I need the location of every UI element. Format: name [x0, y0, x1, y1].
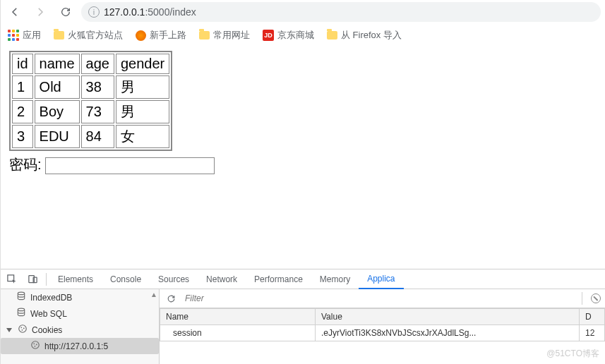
bookmark-label: 从 Firefox 导入 — [341, 29, 402, 42]
bookmark-item[interactable]: 火狐官方站点 — [54, 29, 123, 42]
table-row: 1 Old 38 男 — [12, 75, 169, 99]
folder-icon — [327, 31, 337, 40]
sidebar-websql[interactable]: Web SQL — [1, 305, 159, 322]
site-info-icon[interactable]: i — [88, 6, 100, 18]
page-content: id name age gender 1 Old 38 男 2 Boy 73 男… — [1, 47, 605, 178]
cookie-icon — [30, 340, 40, 352]
apps-button[interactable]: 应用 — [8, 29, 41, 42]
tab-memory[interactable]: Memory — [311, 269, 359, 289]
cookie-d: 12 — [580, 325, 605, 341]
col-name: name — [35, 54, 80, 74]
col-age: age — [81, 54, 114, 74]
cookies-table: Name Value D session .eJyrViotTi3KS8xNVb… — [160, 308, 605, 341]
col-id: id — [12, 54, 33, 74]
svg-point-4 — [18, 308, 24, 311]
firefox-icon — [136, 30, 146, 41]
cookies-header-row: Name Value D — [160, 309, 605, 325]
folder-icon — [54, 31, 64, 40]
bookmark-item[interactable]: 常用网址 — [199, 29, 250, 42]
col-name[interactable]: Name — [160, 309, 316, 325]
folder-icon — [199, 31, 210, 40]
bookmark-label: 常用网址 — [213, 29, 250, 42]
expand-icon — [6, 328, 12, 332]
browser-nav-row: i 127.0.0.1:5000/index — [1, 0, 605, 24]
address-bar[interactable]: i 127.0.0.1:5000/index — [81, 2, 601, 22]
tab-network[interactable]: Network — [198, 269, 246, 289]
svg-point-7 — [23, 328, 25, 329]
tab-console[interactable]: Console — [102, 269, 150, 289]
password-label: 密码: — [9, 157, 42, 172]
col-gender: gender — [116, 54, 169, 74]
jd-icon: JD — [263, 30, 274, 41]
bookmark-item[interactable]: 新手上路 — [136, 29, 186, 42]
inspect-element-icon[interactable] — [1, 269, 22, 289]
sidebar-label: http://127.0.0.1:5 — [44, 341, 108, 351]
apps-label: 应用 — [23, 29, 41, 42]
devtools-tabs: Elements Console Sources Network Perform… — [1, 269, 605, 289]
tab-sources[interactable]: Sources — [150, 269, 198, 289]
sidebar-cookies[interactable]: Cookies — [1, 322, 159, 338]
cookie-icon — [18, 324, 28, 336]
sidebar-label: Cookies — [32, 325, 62, 335]
tab-application[interactable]: Applica — [359, 269, 403, 289]
forward-button[interactable] — [30, 2, 50, 22]
cookie-name: session — [160, 325, 316, 341]
bookmark-label: 火狐官方站点 — [68, 29, 123, 42]
table-row: 3 EDU 84 女 — [12, 125, 169, 148]
svg-point-6 — [20, 327, 22, 328]
url-text: 127.0.0.1:5000/index — [104, 6, 196, 18]
refresh-button[interactable] — [164, 289, 178, 308]
table-header-row: id name age gender — [12, 54, 169, 74]
password-row: 密码: — [9, 155, 597, 174]
database-icon — [16, 308, 26, 320]
bookmark-label: 京东商城 — [277, 29, 314, 42]
devtools-main: Name Value D session .eJyrViotTi3KS8xNVb… — [160, 289, 605, 364]
tab-elements[interactable]: Elements — [49, 269, 102, 289]
svg-point-12 — [35, 346, 36, 347]
col-d[interactable]: D — [580, 309, 605, 325]
device-toggle-icon[interactable] — [22, 269, 43, 289]
reload-button[interactable] — [56, 2, 76, 22]
password-input[interactable] — [45, 157, 215, 174]
bookmarks-bar: 应用 火狐官方站点 新手上路 常用网址 JD 京东商城 从 Firefox 导入 — [1, 24, 605, 47]
back-button[interactable] — [5, 2, 25, 22]
table-row: 2 Boy 73 男 — [12, 100, 169, 123]
sidebar-label: IndexedDB — [30, 293, 72, 303]
devtools-body: ▲ IndexedDB Web SQL Cookies — [1, 289, 605, 364]
sidebar-indexeddb[interactable]: IndexedDB — [1, 289, 159, 305]
devtools-sidebar: ▲ IndexedDB Web SQL Cookies — [1, 289, 160, 364]
sidebar-cookie-host[interactable]: http://127.0.0.1:5 — [1, 338, 159, 354]
devtools-panel: Elements Console Sources Network Perform… — [1, 269, 605, 364]
devtools-toolbar — [160, 289, 605, 308]
database-icon — [16, 291, 26, 303]
svg-point-5 — [19, 325, 27, 333]
bookmark-label: 新手上路 — [150, 29, 186, 42]
tab-performance[interactable]: Performance — [246, 269, 311, 289]
svg-point-8 — [22, 329, 23, 331]
filter-input[interactable] — [184, 293, 573, 304]
cookie-row[interactable]: session .eJyrViotTi3KS8xNVbJScsxJrXAJdlL… — [160, 325, 605, 341]
bookmark-item[interactable]: JD 京东商城 — [263, 29, 314, 42]
data-table: id name age gender 1 Old 38 男 2 Boy 73 男… — [9, 51, 172, 151]
svg-point-10 — [33, 343, 35, 344]
scroll-up-icon[interactable]: ▲ — [150, 291, 157, 298]
svg-point-3 — [18, 292, 24, 295]
apps-icon — [8, 30, 19, 41]
svg-point-9 — [32, 341, 40, 349]
col-value[interactable]: Value — [316, 309, 580, 325]
svg-point-11 — [36, 344, 37, 346]
sidebar-label: Web SQL — [30, 309, 67, 319]
cookie-value: .eJyrViotTi3KS8xNVbJScsxJrXAJdlLSg... — [316, 325, 580, 341]
bookmark-item[interactable]: 从 Firefox 导入 — [327, 29, 402, 42]
clear-icon[interactable] — [591, 293, 601, 303]
